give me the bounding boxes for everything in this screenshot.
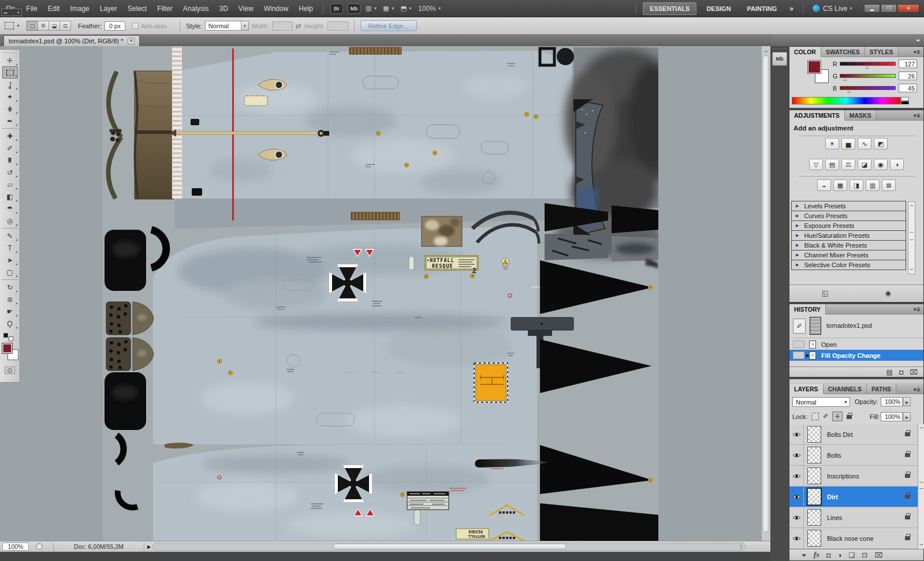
workspace-design[interactable]: DESIGN [700, 3, 737, 14]
quick-mask-button[interactable] [5, 366, 15, 374]
new-group-button[interactable]: ❏ [849, 551, 855, 559]
tab-paths[interactable]: PATHS [867, 384, 896, 394]
layer-thumbnail[interactable] [807, 509, 821, 526]
tool-brush[interactable]: ✐ [2, 142, 18, 154]
color-spectrum-ramp[interactable] [792, 97, 901, 104]
adjustment-black-and-white-icon[interactable]: ◪ [858, 159, 871, 170]
tab-masks[interactable]: MASKS [845, 110, 877, 120]
adjustment-exposure-icon[interactable]: ◩ [874, 138, 888, 149]
delete-layer-button[interactable]: ⌧ [874, 551, 882, 559]
new-snapshot-icon[interactable]: ◘ [899, 368, 903, 376]
layer-thumbnail[interactable] [807, 530, 821, 547]
channel-value[interactable]: 127 [899, 59, 917, 68]
lock-transparency-icon[interactable] [811, 413, 819, 420]
expanded-view-icon[interactable]: ◱ [822, 289, 828, 297]
horizontal-scrollbar[interactable]: 》 [152, 543, 746, 551]
launch-minibridge-button[interactable]: Mb [348, 3, 360, 14]
blend-mode-select[interactable]: Normal▼ [792, 397, 850, 407]
adjustment-invert-icon[interactable]: ◒ [817, 179, 831, 191]
history-state-fill-opacity-change[interactable]: ▶≡Fill Opacity Change [789, 350, 923, 361]
tool-quick-selection[interactable]: ✦ [2, 91, 18, 103]
menu-help[interactable]: Help [293, 3, 318, 14]
vertical-scroll-thumb[interactable] [763, 55, 769, 532]
tool-history-brush[interactable]: ↺ [2, 166, 18, 178]
workspace-essentials[interactable]: ESSENTIALS [643, 2, 696, 15]
mini-bridge-panel-button[interactable]: Mb [772, 52, 787, 66]
new-document-from-state-icon[interactable]: ▤ [886, 368, 893, 376]
fill-input[interactable]: 100% [881, 412, 903, 421]
tool-3d-object-rotate[interactable]: ↻ [2, 281, 18, 293]
menu-select[interactable]: Select [122, 3, 152, 14]
clip-to-layer-icon[interactable]: ◉ [885, 289, 891, 297]
add-to-selection-button[interactable]: ⧉ [38, 21, 49, 31]
lock-all-icon[interactable] [847, 415, 852, 419]
menu-view[interactable]: View [233, 3, 259, 14]
vertical-scrollbar[interactable]: ︽ [761, 46, 770, 541]
tool-spot-healing-brush[interactable]: ✚ [2, 130, 18, 142]
snapshot-thumbnail[interactable] [810, 317, 821, 335]
adjustment-color-balance-icon[interactable]: ⚖ [841, 159, 855, 170]
preset-black-white-presets[interactable]: ▶Black & White Presets [791, 240, 906, 250]
channel-slider[interactable] [840, 74, 896, 78]
layer-row-black-nose-cone[interactable]: Black nose cone [789, 528, 918, 549]
screen-mode-button[interactable]: ⬒▼ [401, 5, 412, 12]
tab-history[interactable]: HISTORY [789, 304, 826, 315]
menu-file[interactable]: File [21, 3, 42, 14]
document-canvas[interactable]: NOTFALL RESQUE 2 [0, 46, 770, 541]
layer-visibility-eye-icon[interactable] [789, 507, 804, 528]
preset-channel-mixer-presets[interactable]: ▶Channel Mixer Presets [791, 250, 906, 260]
tool-rectangular-marquee[interactable] [2, 66, 18, 78]
adjustment-hue-saturation-icon[interactable]: ▤ [825, 159, 839, 170]
add-layer-mask-button[interactable]: ◘ [826, 551, 830, 559]
menu-filter[interactable]: Filter [152, 3, 178, 14]
default-colors-icon[interactable] [3, 333, 14, 341]
adjustment-posterize-icon[interactable]: ▦ [833, 179, 847, 191]
collapse-dock-icon[interactable]: ◂◂ [916, 38, 918, 43]
tool-type[interactable]: T [2, 242, 18, 254]
tool-rectangle-shape[interactable]: ▢ [2, 266, 18, 278]
dock-grip[interactable] [773, 48, 786, 50]
spectrum-white-swatch[interactable] [901, 97, 909, 101]
lock-position-icon[interactable]: ✛ [832, 412, 843, 421]
layers-scrollbar[interactable]: ︽ ︾ [918, 424, 924, 549]
status-menu-arrow[interactable]: ▶ [147, 544, 151, 549]
close-button[interactable]: ✕ [897, 4, 919, 13]
channel-value[interactable]: 45 [899, 84, 917, 92]
launch-bridge-button[interactable]: Br [330, 3, 343, 14]
preset-levels-presets[interactable]: ▶Levels Presets [791, 201, 906, 211]
refine-edge-button[interactable]: Refine Edge... [360, 20, 417, 31]
layer-thumbnail[interactable] [807, 447, 821, 463]
tool-preset-picker[interactable]: ▼ [5, 22, 20, 29]
slider-thumb[interactable]: △ [843, 77, 847, 81]
tab-styles[interactable]: STYLES [865, 47, 899, 57]
tool-path-selection[interactable]: ➤ [2, 254, 18, 266]
tool-hand[interactable]: ☛ [2, 305, 18, 317]
minimize-button[interactable]: ▂ [864, 4, 880, 13]
presets-scrollbar[interactable]: ︽ ︾ [908, 201, 915, 274]
arrange-documents-button[interactable]: ▦▼ [383, 5, 394, 12]
preset-selective-color-presets[interactable]: ▶Selective Color Presets [791, 260, 906, 270]
panel-foreground-swatch[interactable] [807, 60, 821, 74]
layer-style-button[interactable]: fx [814, 551, 819, 559]
adjustment-photo-filter-icon[interactable]: ◉ [874, 159, 888, 170]
adjustment-brightness-contrast-icon[interactable]: ☀ [825, 138, 839, 149]
menu-analysis[interactable]: Analysis [178, 3, 214, 14]
layer-thumbnail[interactable] [807, 488, 821, 505]
history-brush-source-icon[interactable]: ✐ [793, 319, 806, 334]
panel-grip[interactable] [789, 379, 923, 384]
tab-channels[interactable]: CHANNELS [824, 384, 867, 394]
document-close-icon[interactable]: ✕ [128, 38, 135, 44]
preset-hue-saturation-presets[interactable]: ▶Hue/Saturation Presets [791, 230, 906, 241]
restore-button[interactable]: ❐ [881, 4, 897, 13]
preset-curves-presets[interactable]: ▶Curves Presets [791, 211, 906, 221]
status-zoom-field[interactable]: 100% [2, 543, 29, 551]
zoom-level-dropdown[interactable]: 100%▼ [418, 5, 442, 13]
adjustment-channel-mixer-icon[interactable]: ◑ [890, 159, 904, 170]
horizontal-scroll-thumb[interactable] [333, 544, 567, 549]
view-extras-button[interactable]: ▥▼ [366, 5, 377, 12]
panel-menu-icon[interactable]: ▾≣ [914, 49, 921, 55]
layer-row-bolts-dirt[interactable]: Bolts Dirt [789, 424, 918, 445]
subtract-from-selection-button[interactable]: ⬓ [49, 21, 60, 31]
layer-row-dirt[interactable]: Dirt [789, 487, 918, 507]
new-adjustment-layer-button[interactable]: ◑ [837, 551, 841, 559]
